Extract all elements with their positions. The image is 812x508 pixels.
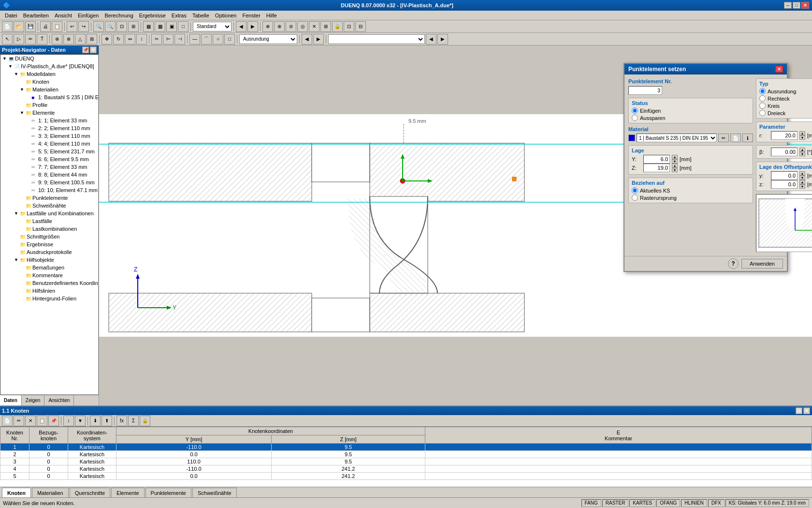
- tree-ausdruckprotokolle[interactable]: 📁 Ausdruckprotokolle: [0, 248, 98, 256]
- tb-res-right[interactable]: ▶: [437, 34, 448, 45]
- bottom-close-btn[interactable]: ✕: [803, 407, 810, 414]
- tb-render5[interactable]: ✕: [309, 21, 319, 32]
- dialog-beta-up[interactable]: ▲: [799, 148, 805, 152]
- tb-line[interactable]: —: [189, 34, 200, 45]
- bt-import[interactable]: ⬇: [90, 416, 101, 426]
- dialog-y-down[interactable]: ▼: [672, 159, 678, 164]
- bt-copy[interactable]: 📋: [37, 416, 47, 426]
- tb-rotate[interactable]: ↻: [113, 34, 124, 45]
- tree-el-6[interactable]: ✏ 6: 6; Element 9.5 mm: [0, 155, 98, 163]
- tb-extend[interactable]: ⊢: [163, 34, 174, 45]
- tree-lastfaelle-komb[interactable]: ▼ 📁 Lastfälle und Kombinationen: [0, 209, 98, 217]
- dialog-oz-down[interactable]: ▼: [799, 184, 805, 189]
- tree-el-4[interactable]: ✏ 4: 4; Element 110 mm: [0, 140, 98, 148]
- menu-datei[interactable]: Datei: [2, 12, 20, 19]
- menu-optionen[interactable]: Optionen: [212, 12, 240, 19]
- tb-pen[interactable]: ✏: [25, 34, 36, 45]
- tree-elemente[interactable]: ▼ 📁 Elemente: [0, 109, 98, 117]
- tb-arc[interactable]: ⌒: [201, 34, 212, 45]
- tree-profile[interactable]: 📁 Profile: [0, 101, 98, 109]
- tree-kommentare[interactable]: 📁 Kommentare: [0, 271, 98, 279]
- menu-einfuegen[interactable]: Einfügen: [75, 12, 102, 19]
- dialog-r-up[interactable]: ▲: [799, 131, 805, 135]
- menu-tabelle[interactable]: Tabelle: [189, 12, 212, 19]
- tree-ergebnisse[interactable]: 📁 Ergebnisse: [0, 240, 98, 248]
- menu-ergebnisse[interactable]: Ergebnisse: [136, 12, 169, 19]
- dialog-z-down[interactable]: ▼: [672, 168, 678, 172]
- dialog-typ-ausrundung[interactable]: Ausrundung: [759, 88, 812, 94]
- dialog-beta-input[interactable]: [771, 148, 798, 156]
- tree-el-5[interactable]: ✏ 5: 5; Element 231.7 mm: [0, 148, 98, 155]
- tb-text[interactable]: T: [37, 34, 47, 45]
- bt-new-row[interactable]: 📄: [2, 416, 13, 426]
- maximize-button[interactable]: □: [793, 2, 800, 9]
- tree-el-8[interactable]: ✏ 8: 8; Element 44 mm: [0, 171, 98, 179]
- dialog-oz-up[interactable]: ▲: [799, 180, 805, 184]
- tree-benutzerdef[interactable]: 📁 Benutzerdefiniertes Koordinat: [0, 279, 98, 287]
- nav-tab-ansichten[interactable]: Ansichten: [44, 395, 74, 405]
- tb-print[interactable]: 🖨: [40, 21, 51, 32]
- bt-sigma[interactable]: Σ: [128, 416, 139, 426]
- tb-render7[interactable]: 🔒: [332, 21, 343, 32]
- tb-snap1[interactable]: ⊕: [52, 34, 62, 45]
- dialog-status-einfuegen[interactable]: Einfügen: [632, 107, 750, 114]
- table-row[interactable]: 5 0 Kartesisch 0.0 241.2: [0, 473, 812, 480]
- tb-left[interactable]: ◀: [302, 34, 312, 45]
- bt-delete[interactable]: ✕: [25, 416, 36, 426]
- tb-snap3[interactable]: △: [75, 34, 86, 45]
- tb-view3[interactable]: ▣: [166, 21, 177, 32]
- dialog-y-input[interactable]: [643, 155, 670, 164]
- tb-zoom-in[interactable]: 🔍: [93, 21, 104, 32]
- tb-render3[interactable]: ⊘: [286, 21, 296, 32]
- tree-el-3[interactable]: ✏ 3: 3; Element 110 mm: [0, 132, 98, 140]
- menu-hilfe[interactable]: Hilfe: [263, 12, 280, 19]
- tb-offset[interactable]: ⊣: [174, 34, 185, 45]
- tb-snap4[interactable]: ⊞: [87, 34, 97, 45]
- bt-calc[interactable]: fx: [116, 416, 127, 426]
- tb-rect[interactable]: □: [224, 34, 235, 45]
- status-hlinien[interactable]: HLINIEN: [681, 499, 707, 507]
- material-edit-btn[interactable]: ✏: [718, 134, 729, 142]
- menu-extras[interactable]: Extras: [169, 12, 189, 19]
- tree-el-7[interactable]: ✏ 7: 7; Element 33 mm: [0, 163, 98, 171]
- nav-pin[interactable]: 📌: [82, 46, 89, 53]
- tree-material-1[interactable]: ■ 1: Baustahl S 235 | DIN EN: [0, 93, 98, 101]
- bt-sort[interactable]: ↕: [63, 416, 74, 426]
- nav-tab-daten[interactable]: Daten: [0, 395, 22, 405]
- tb-mirror[interactable]: ⇔: [125, 34, 135, 45]
- dialog-y-up[interactable]: ▲: [672, 155, 678, 159]
- status-raster[interactable]: RASTER: [602, 499, 629, 507]
- tb-zoom-all[interactable]: ⊡: [116, 21, 127, 32]
- tb-render9[interactable]: ⊟: [355, 21, 366, 32]
- bt-edit[interactable]: ✏: [14, 416, 24, 426]
- tb-new[interactable]: 📄: [2, 21, 13, 32]
- tab-punktelemente[interactable]: Punktelemente: [145, 488, 191, 497]
- tree-hintergrund-folien[interactable]: 📁 Hintergrund-Folien: [0, 295, 98, 302]
- dialog-typ-rechteck[interactable]: Rechteck: [759, 95, 812, 102]
- status-kartes[interactable]: KARTES: [629, 499, 655, 507]
- tb-select[interactable]: ↖: [2, 34, 13, 45]
- tb-render8[interactable]: ⊡: [344, 21, 354, 32]
- tb-view1[interactable]: ▦: [143, 21, 154, 32]
- tab-knoten[interactable]: Knoten: [2, 488, 31, 497]
- nav-tab-zeigen[interactable]: Zeigen: [22, 395, 45, 405]
- dialog-nr-input[interactable]: [628, 86, 662, 95]
- tree-modelldaten[interactable]: ▼ 📁 Modelldaten: [0, 70, 98, 78]
- dialog-z-input[interactable]: [643, 164, 670, 172]
- material-new-btn[interactable]: 📄: [730, 134, 741, 142]
- tree-file[interactable]: ▼ 📄 IV-Plastisch_A.due* [DUENQ8]: [0, 62, 98, 70]
- tb-render1[interactable]: ⊕: [262, 21, 273, 32]
- tree-hilfsobjekte[interactable]: ▼ 📁 Hilfsobjekte: [0, 256, 98, 264]
- tree-hilfslinien[interactable]: 📁 Hilfslinien: [0, 287, 98, 295]
- tb-view2[interactable]: ▩: [155, 21, 165, 32]
- dialog-r-input[interactable]: [771, 131, 798, 140]
- menu-berechnung[interactable]: Berechnung: [102, 12, 136, 19]
- material-info-btn[interactable]: ℹ: [742, 134, 753, 142]
- tree-lastkombinationen[interactable]: 📁 Lastkombinationen: [0, 225, 98, 233]
- dialog-beziehen-raster[interactable]: Rasterursprung: [632, 194, 750, 201]
- dialog-beziehen-aktuell[interactable]: Aktuelles KS: [632, 187, 750, 194]
- tb-undo[interactable]: ↩: [67, 21, 77, 32]
- tab-schweissnaehte[interactable]: Schweißnähte: [192, 488, 237, 497]
- dialog-oy-input[interactable]: [771, 171, 798, 180]
- bt-lock[interactable]: 🔒: [140, 416, 150, 426]
